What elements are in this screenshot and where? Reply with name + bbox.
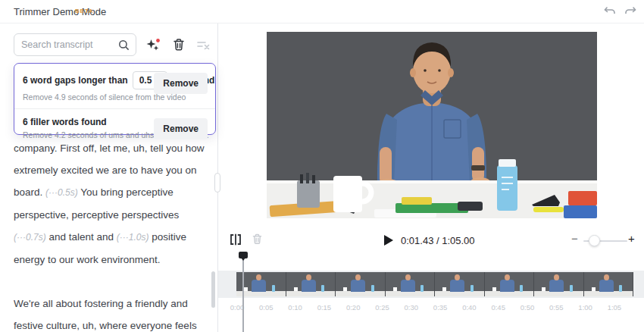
transcript-paragraph[interactable]: company. First off, let me, uh, tell you… xyxy=(14,137,209,271)
filmstrip-thumbnail[interactable] xyxy=(336,272,386,296)
redo-icon[interactable] xyxy=(624,5,637,18)
timeline-tick-label: 0:25 xyxy=(375,303,389,312)
clear-edits-icon[interactable] xyxy=(195,37,211,52)
app-window: Trimmer Demo Mode BETA xyxy=(0,0,644,332)
transcript-scrollbar[interactable] xyxy=(211,271,215,308)
transcript-panel: 6 word gaps longer than ▲▼ sec found Rem… xyxy=(0,23,218,332)
playhead-handle[interactable] xyxy=(239,252,248,258)
delete-transcript-icon[interactable] xyxy=(171,37,186,52)
gap-marker[interactable]: (···1.0s) xyxy=(117,232,149,243)
timeline-tick-label: 0:55 xyxy=(549,303,564,312)
gap-marker[interactable]: (···0.7s) xyxy=(14,232,46,243)
beta-badge: BETA xyxy=(75,8,93,14)
timeline-tick-label: 1:00 xyxy=(578,303,592,312)
filmstrip-thumbnail[interactable] xyxy=(286,272,336,296)
word-gaps-label-prefix: 6 word gaps longer than xyxy=(23,75,128,86)
filmstrip-thumbnail[interactable] xyxy=(386,272,436,296)
panel-resize-handle[interactable] xyxy=(214,173,220,193)
timeline-filmstrip[interactable] xyxy=(236,272,633,296)
remove-gaps-button[interactable]: Remove xyxy=(154,73,208,94)
timeline-tick-label: 0:10 xyxy=(288,303,302,312)
zoom-out-button[interactable]: − xyxy=(571,232,578,245)
timeline-labels: 0:000:050:100:150:200:250:300:350:400:45… xyxy=(0,303,644,314)
timeline-tick-label: 1:05 xyxy=(608,303,622,312)
trim-clip-icon[interactable] xyxy=(229,233,242,246)
search-input[interactable] xyxy=(21,35,118,55)
time-display: 0:01.43 / 1:05.00 xyxy=(401,235,475,246)
remove-fillers-button[interactable]: Remove xyxy=(154,118,208,139)
timeline-tick-label: 0:30 xyxy=(405,303,419,312)
play-button[interactable] xyxy=(383,234,394,246)
ai-suggestion-panel: 6 word gaps longer than ▲▼ sec found Rem… xyxy=(14,63,216,135)
filmstrip-thumbnail[interactable] xyxy=(534,272,584,296)
search-box xyxy=(14,33,136,56)
search-icon xyxy=(118,39,130,51)
filmstrip-thumbnail[interactable] xyxy=(435,272,485,296)
filmstrip-thumbnail[interactable] xyxy=(584,272,634,296)
transcript-segment[interactable]: and talent and xyxy=(46,231,117,243)
timeline-tick-label: 0:20 xyxy=(346,303,361,312)
filler-words-suggestion: 6 filler words found Remove 4.2 seconds … xyxy=(14,109,215,139)
playhead xyxy=(242,252,244,332)
gap-threshold-input[interactable] xyxy=(139,75,155,86)
delete-clip-icon[interactable] xyxy=(251,233,264,246)
video-scene xyxy=(267,32,597,218)
timeline-tick-label: 0:45 xyxy=(491,303,505,312)
filler-words-label: 6 filler words found xyxy=(23,117,107,127)
filmstrip-thumbnail[interactable] xyxy=(485,272,535,296)
undo-icon[interactable] xyxy=(603,5,617,18)
gap-marker[interactable]: (···0.5s) xyxy=(45,187,78,198)
ai-suggestions-icon[interactable] xyxy=(145,37,161,52)
timeline-tick-label: 0:50 xyxy=(521,303,535,312)
timeline-tick-label: 0:05 xyxy=(259,303,274,312)
timeline-tick-label: 0:35 xyxy=(433,303,448,312)
word-gaps-suggestion: 6 word gaps longer than ▲▼ sec found Rem… xyxy=(14,64,215,102)
header-bar: Trimmer Demo Mode BETA xyxy=(0,0,644,23)
zoom-in-button[interactable]: + xyxy=(628,232,635,245)
video-player[interactable] xyxy=(267,32,597,218)
zoom-slider-handle[interactable] xyxy=(589,235,600,246)
timeline-tick-label: 0:40 xyxy=(462,303,477,312)
timeline-tick-label: 0:15 xyxy=(317,303,332,312)
